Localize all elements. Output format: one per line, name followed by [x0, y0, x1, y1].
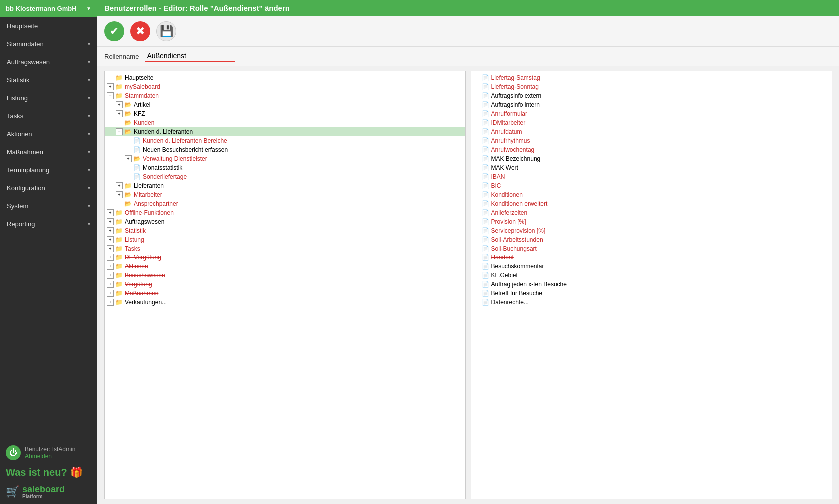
tree-item[interactable]: +📁Auftragswesen: [105, 217, 465, 226]
tree-item[interactable]: −📁Stammdaten: [105, 91, 465, 100]
expand-plus-icon[interactable]: +: [116, 191, 123, 198]
tree-item-label: Konditionen: [491, 191, 523, 198]
sidebar-item-reporting[interactable]: Reporting▾: [0, 215, 97, 233]
expand-placeholder: [473, 200, 480, 207]
sidebar-item-aktionen[interactable]: Aktionen▾: [0, 125, 97, 143]
tree-item[interactable]: 📄Liefertag-Samstag: [471, 73, 832, 82]
sidebar-item-hauptseite[interactable]: Hauptseite: [0, 17, 97, 35]
tree-item[interactable]: +📁DL Vergütung: [105, 253, 465, 262]
expand-plus-icon[interactable]: +: [107, 272, 114, 279]
tree-item[interactable]: 📄Datenrechte...: [471, 298, 832, 307]
tree-item[interactable]: 📄Sonderliefertage: [105, 172, 465, 181]
tree-item[interactable]: 📄IBAN: [471, 172, 832, 181]
folder-icon: 📁: [115, 299, 123, 306]
company-selector[interactable]: bb Klostermann GmbH ▼: [0, 0, 97, 17]
tree-item[interactable]: 📄Anrufformular: [471, 109, 832, 118]
folder-icon: 📄: [133, 164, 141, 171]
tree-item[interactable]: 📁Hauptseite: [105, 73, 465, 82]
expand-plus-icon[interactable]: +: [107, 245, 114, 252]
expand-plus-icon[interactable]: +: [125, 155, 132, 162]
tree-item[interactable]: −📂Kunden d. Lieferanten: [105, 127, 465, 136]
tree-item[interactable]: +📁Vergütung: [105, 280, 465, 289]
tree-item[interactable]: +📁mySaleboard: [105, 82, 465, 91]
expand-plus-icon[interactable]: +: [107, 227, 114, 234]
tree-item[interactable]: +📁Offline-Funktionen: [105, 208, 465, 217]
sidebar-item-ma-nahmen[interactable]: Maßnahmen▾: [0, 143, 97, 161]
tree-item[interactable]: +📁Tasks: [105, 244, 465, 253]
tree-item[interactable]: +📁Lieferanten: [105, 181, 465, 190]
tree-item[interactable]: 📄Kunden d. Lieferanten Bereiche: [105, 136, 465, 145]
tree-item[interactable]: 📄Auftragsinfo extern: [471, 91, 832, 100]
sidebar-item-konfiguration[interactable]: Konfiguration▾: [0, 179, 97, 197]
tree-item[interactable]: 📄Neuen Besuchsbericht erfassen: [105, 145, 465, 154]
tree-item[interactable]: 📄Konditionen erweitert: [471, 199, 832, 208]
sidebar-logout[interactable]: Abmelden: [25, 453, 75, 460]
tree-item[interactable]: 📄Auftragsinfo intern: [471, 100, 832, 109]
expand-plus-icon[interactable]: +: [107, 263, 114, 270]
tree-item[interactable]: 📂Kunden: [105, 118, 465, 127]
tree-item[interactable]: +📂Artikel: [105, 100, 465, 109]
expand-placeholder: [473, 74, 480, 81]
tree-item[interactable]: 📄Soll-Arbeitsstunden: [471, 235, 832, 244]
expand-plus-icon[interactable]: +: [107, 290, 114, 297]
tree-item[interactable]: 📄Konditionen: [471, 190, 832, 199]
sidebar-item-terminplanung[interactable]: Terminplanung▾: [0, 161, 97, 179]
left-tree-panel[interactable]: 📁Hauptseite+📁mySaleboard−📁Stammdaten+📂Ar…: [104, 71, 466, 499]
cancel-button[interactable]: ✖: [130, 21, 150, 41]
confirm-button[interactable]: ✔: [104, 21, 124, 41]
save-button[interactable]: 💾: [156, 21, 176, 41]
sidebar-item-label: Maßnahmen: [7, 148, 43, 156]
tree-item[interactable]: 📄IDMitarbeiter: [471, 118, 832, 127]
tree-item[interactable]: +📁Maßnahmen: [105, 289, 465, 298]
tree-item[interactable]: 📄Auftrag jeden x-ten Besuche: [471, 280, 832, 289]
sidebar-item-statistik[interactable]: Statistik▾: [0, 71, 97, 89]
tree-item[interactable]: 📄MAK Bezeichnung: [471, 154, 832, 163]
tree-item[interactable]: 📄Anrufwochentag: [471, 145, 832, 154]
sidebar-item-system[interactable]: System▾: [0, 197, 97, 215]
tree-item[interactable]: 📄Handont: [471, 253, 832, 262]
expand-plus-icon[interactable]: +: [107, 218, 114, 225]
tree-item[interactable]: +📁Verkaufungen...: [105, 298, 465, 307]
expand-plus-icon[interactable]: +: [107, 281, 114, 288]
was-ist-neu-link[interactable]: Was ist neu? 🎁: [6, 466, 91, 478]
tree-item[interactable]: 📄Soll-Buchungsart: [471, 244, 832, 253]
tree-item[interactable]: 📂Ansprechpartner: [105, 199, 465, 208]
tree-item[interactable]: +📁Statistik: [105, 226, 465, 235]
expand-plus-icon[interactable]: +: [107, 236, 114, 243]
expand-placeholder: [473, 272, 480, 279]
tree-item[interactable]: +📁Besuchswesen: [105, 271, 465, 280]
expand-plus-icon[interactable]: +: [116, 182, 123, 189]
tree-item[interactable]: 📄Monatsstatistik: [105, 163, 465, 172]
expand-plus-icon[interactable]: +: [107, 254, 114, 261]
rolename-input[interactable]: [145, 51, 235, 62]
sidebar-item-tasks[interactable]: Tasks▾: [0, 107, 97, 125]
tree-item[interactable]: +📁Aktionen: [105, 262, 465, 271]
expand-plus-icon[interactable]: +: [107, 209, 114, 216]
expand-plus-icon[interactable]: +: [107, 83, 114, 90]
expand-plus-icon[interactable]: +: [116, 110, 123, 117]
sidebar-item-auftragswesen[interactable]: Auftragswesen▾: [0, 53, 97, 71]
tree-item[interactable]: 📄BIC: [471, 181, 832, 190]
tree-item[interactable]: 📄MAK Wert: [471, 163, 832, 172]
tree-item[interactable]: +📂Mitarbeiter: [105, 190, 465, 199]
tree-item[interactable]: 📄Provision [%]: [471, 217, 832, 226]
right-tree-panel[interactable]: 📄Liefertag-Samstag📄Liefertag-Sonntag📄Auf…: [471, 71, 833, 499]
tree-item[interactable]: 📄Besuchskommentar: [471, 262, 832, 271]
expand-minus-icon[interactable]: −: [107, 92, 114, 99]
expand-minus-icon[interactable]: −: [116, 128, 123, 135]
tree-item[interactable]: 📄Serviceprovision [%]: [471, 226, 832, 235]
expand-plus-icon[interactable]: +: [116, 101, 123, 108]
sidebar-item-stammdaten[interactable]: Stammdaten▾: [0, 35, 97, 53]
tree-item[interactable]: 📄Anrufdatum: [471, 127, 832, 136]
tree-item[interactable]: 📄Anlieferzeiten: [471, 208, 832, 217]
tree-item[interactable]: 📄KL.Gebiet: [471, 271, 832, 280]
tree-item[interactable]: +📂KFZ: [105, 109, 465, 118]
tree-item[interactable]: +📂Verwaltung Dienstleister: [105, 154, 465, 163]
tree-item[interactable]: 📄Liefertag-Sonntag: [471, 82, 832, 91]
expand-plus-icon[interactable]: +: [107, 299, 114, 306]
sidebar-item-listung[interactable]: Listung▾: [0, 89, 97, 107]
tree-item[interactable]: 📄Anrufrhythmus: [471, 136, 832, 145]
tree-item[interactable]: 📄Betreff für Besuche: [471, 289, 832, 298]
saleboard-logo-text: saleboard: [22, 484, 65, 494]
tree-item[interactable]: +📁Listung: [105, 235, 465, 244]
